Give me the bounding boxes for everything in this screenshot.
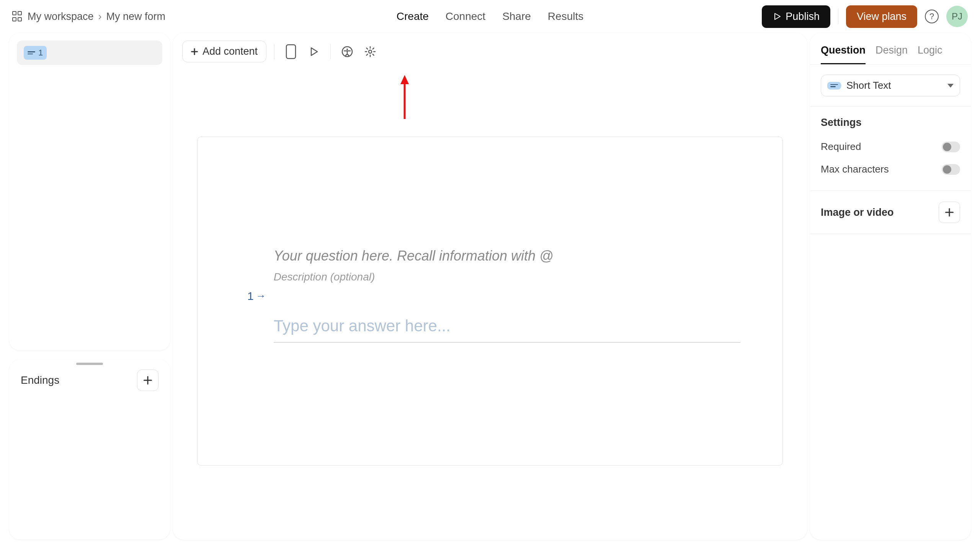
svg-marker-5 — [400, 75, 409, 84]
answer-input[interactable] — [274, 313, 740, 343]
nav-share[interactable]: Share — [502, 10, 531, 23]
question-thumb-1[interactable]: 1 — [17, 41, 162, 65]
media-section: Image or video — [810, 191, 971, 234]
required-label: Required — [821, 141, 861, 153]
short-text-badge: 1 — [24, 46, 47, 60]
settings-gear-icon[interactable] — [361, 43, 379, 60]
resize-handle[interactable] — [76, 363, 103, 365]
right-panel: Question Design Logic Short Text Setting… — [810, 33, 971, 540]
breadcrumb-workspace[interactable]: My workspace — [28, 11, 94, 23]
breadcrumb-form[interactable]: My new form — [106, 11, 166, 23]
tab-design[interactable]: Design — [875, 44, 908, 64]
short-text-badge — [827, 82, 841, 90]
help-icon[interactable]: ? — [925, 10, 939, 23]
chevron-right-icon: › — [98, 11, 102, 23]
divider — [274, 44, 274, 59]
plus-icon — [144, 376, 152, 384]
avatar[interactable]: PJ — [946, 6, 968, 27]
maxchars-toggle[interactable] — [942, 164, 960, 175]
required-toggle[interactable] — [942, 142, 960, 152]
add-content-label: Add content — [203, 46, 258, 57]
questions-list-card: 1 — [9, 33, 170, 350]
question-type-select[interactable]: Short Text — [821, 75, 960, 96]
chevron-down-icon — [947, 84, 954, 88]
settings-heading: Settings — [821, 117, 960, 129]
maxchars-label: Max characters — [821, 163, 889, 175]
main: 1 Endings Add content — [0, 33, 980, 549]
canvas-panel: Add content — [173, 33, 807, 540]
arrow-right-icon: → — [256, 290, 266, 302]
nav-connect[interactable]: Connect — [446, 10, 485, 23]
question-type-section: Short Text — [810, 65, 971, 107]
header: My workspace › My new form Create Connec… — [0, 0, 980, 33]
plus-icon — [945, 208, 954, 217]
settings-section: Settings Required Max characters — [810, 107, 971, 191]
annotation-arrow-icon — [399, 75, 410, 121]
short-text-icon — [830, 84, 838, 87]
view-plans-label: View plans — [857, 11, 906, 23]
canvas-wrap: 1 → Your question here. Recall informati… — [173, 70, 807, 540]
publish-label: Publish — [786, 11, 820, 23]
canvas-toolbar: Add content — [173, 33, 807, 70]
svg-point-2 — [346, 49, 348, 50]
endings-card: Endings — [9, 360, 170, 539]
divider — [330, 44, 331, 59]
add-media-button[interactable] — [939, 202, 960, 223]
play-icon — [773, 12, 782, 21]
svg-rect-0 — [286, 45, 296, 59]
right-panel-tabs: Question Design Logic — [810, 37, 971, 65]
left-panel: 1 Endings — [9, 33, 170, 540]
nav-create[interactable]: Create — [397, 10, 429, 23]
header-actions: Publish View plans ? PJ — [762, 5, 968, 28]
breadcrumb: My workspace › My new form — [12, 11, 165, 23]
divider — [838, 9, 838, 24]
media-label: Image or video — [821, 207, 894, 218]
preview-play-icon[interactable] — [305, 43, 323, 60]
accessibility-icon[interactable] — [338, 43, 356, 60]
view-plans-button[interactable]: View plans — [846, 5, 917, 28]
question-thumb-number: 1 — [38, 48, 43, 58]
endings-heading: Endings — [21, 374, 59, 386]
svg-point-3 — [369, 50, 372, 53]
add-content-button[interactable]: Add content — [182, 41, 266, 62]
question-description-input[interactable]: Description (optional) — [274, 271, 740, 283]
question-canvas[interactable]: 1 → Your question here. Recall informati… — [197, 137, 783, 466]
question-type-label: Short Text — [846, 80, 942, 91]
add-ending-button[interactable] — [137, 370, 158, 391]
tab-question[interactable]: Question — [821, 44, 866, 64]
publish-button[interactable]: Publish — [762, 5, 830, 28]
top-nav: Create Connect Share Results — [397, 10, 583, 23]
mobile-preview-icon[interactable] — [282, 43, 300, 60]
question-number: 1 → — [247, 248, 266, 343]
tab-logic[interactable]: Logic — [918, 44, 942, 64]
plus-icon — [191, 48, 198, 55]
short-text-icon — [28, 51, 35, 54]
question-title-input[interactable]: Your question here. Recall information w… — [274, 248, 740, 264]
workspace-grid-icon[interactable] — [12, 11, 23, 22]
nav-results[interactable]: Results — [548, 10, 583, 23]
